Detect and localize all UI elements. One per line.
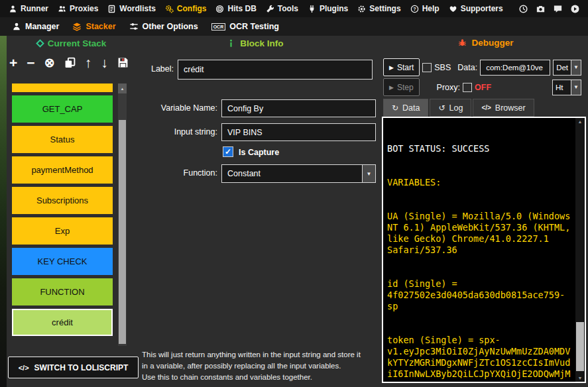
tab-log[interactable]: ↺ Log: [430, 99, 471, 117]
history-icon: ↺: [438, 103, 445, 113]
remove-block-button[interactable]: −: [27, 56, 34, 70]
save-config-button[interactable]: [117, 57, 129, 68]
nav-configs[interactable]: Configs: [160, 0, 211, 17]
history-icon[interactable]: [518, 4, 528, 14]
scroll-up-button[interactable]: ▲: [575, 119, 585, 124]
heart-icon: [449, 5, 457, 13]
stack-block-keycheck[interactable]: KEY CHECK: [12, 248, 113, 275]
console-output[interactable]: BOT STATUS: SUCCESS VARIABLES: UA (Singl…: [387, 121, 573, 379]
chevron-down-icon[interactable]: ▼: [571, 60, 581, 75]
label-input[interactable]: [178, 60, 373, 80]
debugger-row-1: ▶ Start SBS Data: Det ▼: [383, 58, 581, 76]
proxy-label: Proxy:: [437, 83, 460, 92]
stack-block-status[interactable]: Status: [12, 126, 113, 153]
block-info-header: Block Info: [199, 38, 312, 48]
chevron-down-icon[interactable]: ▼: [571, 80, 581, 95]
debugger-tabs: ↻ Data ↺ Log </> Browser: [383, 99, 534, 117]
nav-runner[interactable]: Runner: [4, 0, 53, 17]
step-icon: ▶: [389, 84, 394, 91]
config-submenu: Manager Stacker Other Options OCR OCR Te…: [0, 17, 588, 36]
nav-plugins[interactable]: Plugins: [303, 0, 353, 17]
question-icon: ?: [410, 5, 419, 13]
sbs-label: SBS: [434, 63, 451, 72]
switch-to-loliscript-button[interactable]: </> SWITCH TO LOLISCRIPT: [8, 357, 139, 378]
wordlist-type-dropdown[interactable]: Det ▼: [553, 60, 581, 76]
tab-manager[interactable]: Manager: [5, 22, 66, 31]
proxy-checkbox[interactable]: [463, 83, 472, 92]
diamond-icon: [36, 39, 44, 48]
info-icon: [227, 39, 235, 48]
add-block-button[interactable]: +: [9, 56, 17, 70]
share-arrow-icon[interactable]: [570, 4, 580, 14]
two-persons-icon: [58, 5, 66, 13]
nav-help[interactable]: ? Help: [406, 0, 444, 17]
move-down-button[interactable]: ↓: [101, 56, 108, 70]
console-line: token (Single) = spx-v1.eyJpc3MiOiI0ZjAy…: [387, 335, 573, 379]
label-field-label: Label:: [142, 64, 174, 74]
is-capture-checkbox[interactable]: ✓: [223, 146, 233, 157]
console-scrollbar[interactable]: ▲ ▼: [575, 118, 585, 382]
tab-data[interactable]: ↻ Data: [383, 99, 428, 117]
tab-browser[interactable]: </> Browser: [473, 99, 534, 117]
svg-text:?: ?: [413, 6, 416, 12]
is-capture-label: Is Capture: [239, 148, 279, 157]
sliders-icon: [129, 22, 139, 31]
code-icon: </>: [19, 364, 29, 372]
stack-block-partial[interactable]: [12, 83, 113, 92]
tab-stacker[interactable]: Stacker: [66, 22, 122, 31]
input-string-label: Input string:: [142, 127, 217, 137]
bug-icon: [458, 38, 467, 47]
tab-other-options[interactable]: Other Options: [123, 22, 205, 31]
stack-block-function[interactable]: FUNCTION: [12, 278, 113, 305]
debugger-console: BOT STATUS: SUCCESS VARIABLES: UA (Singl…: [382, 117, 586, 383]
input-string-input[interactable]: [221, 123, 376, 141]
scroll-up-button[interactable]: ▲: [118, 83, 127, 93]
nav-settings[interactable]: Settings: [353, 0, 405, 17]
stack-block-exp[interactable]: Exp: [12, 217, 113, 245]
nav-tools[interactable]: Tools: [261, 0, 303, 17]
target-icon: [215, 5, 224, 13]
proxy-type-dropdown[interactable]: Ht ▼: [552, 80, 581, 95]
chevron-down-icon[interactable]: ▼: [362, 165, 375, 182]
console-line: UA (Single) = Mozilla/5.0 (Windows NT 6.…: [387, 211, 573, 256]
nav-supporters[interactable]: Supporters: [444, 0, 508, 17]
book-icon: [107, 5, 116, 13]
layers-icon: [72, 22, 82, 31]
data-input[interactable]: [480, 60, 550, 76]
nav-wordlists[interactable]: Wordlists: [103, 0, 160, 17]
camera-icon[interactable]: [536, 4, 546, 14]
stack-scrollbar[interactable]: ▲: [118, 83, 127, 346]
proxy-status: OFF: [475, 83, 491, 92]
plug-icon: [308, 5, 316, 13]
wrench-icon: [266, 5, 274, 13]
variable-name-input[interactable]: [221, 99, 376, 117]
disable-block-button[interactable]: ⊗: [44, 56, 55, 69]
start-button[interactable]: ▶ Start: [383, 58, 420, 76]
stack-block-paymentmethod[interactable]: paymentMethod: [12, 156, 113, 184]
console-scrollbar-thumb[interactable]: [576, 322, 584, 371]
scroll-down-button[interactable]: ▼: [575, 376, 585, 380]
chat-icon[interactable]: [553, 4, 563, 14]
debugger-header: Debugger: [430, 38, 542, 48]
stack-scrollbar-thumb[interactable]: [119, 120, 126, 344]
sbs-checkbox[interactable]: [422, 63, 432, 72]
person-icon: [9, 5, 17, 13]
clone-block-button[interactable]: [64, 57, 76, 68]
move-up-button[interactable]: ↑: [85, 56, 92, 70]
nav-hits-db[interactable]: Hits DB: [211, 0, 261, 17]
block-description: This will just return anything written i…: [142, 349, 361, 383]
play-icon: ▶: [389, 64, 394, 71]
block-stack-list: GET_CAP Status paymentMethod Subscriptio…: [12, 83, 113, 339]
stack-block-get-cap[interactable]: GET_CAP: [12, 95, 113, 123]
stack-block-credit-selected[interactable]: crédit: [12, 309, 113, 336]
variable-name-label: Variable Name:: [142, 103, 217, 113]
tab-ocr-testing[interactable]: OCR OCR Testing: [205, 22, 286, 31]
top-menubar: Runner Proxies Wordlists Configs Hits DB…: [0, 0, 588, 17]
step-button[interactable]: ▶ Step: [383, 78, 420, 96]
check-icon: ✓: [225, 147, 231, 156]
function-dropdown[interactable]: Constant ▼: [221, 164, 376, 183]
stack-block-subscriptions[interactable]: Subscriptions: [12, 187, 113, 214]
nav-proxies[interactable]: Proxies: [53, 0, 103, 17]
gears-icon: [165, 5, 174, 13]
code-icon: </>: [481, 104, 491, 111]
